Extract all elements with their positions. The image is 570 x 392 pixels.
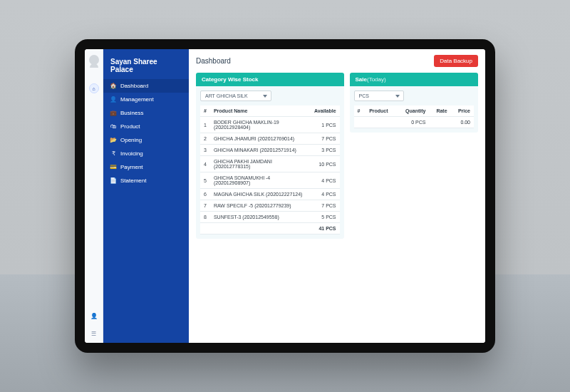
sidebar-item-dashboard[interactable]: 🏠 Dashboard (103, 79, 189, 93)
sale-col-qty: Quantity (397, 105, 430, 117)
sale-card-head: Sale(Today) (350, 73, 478, 86)
sidebar-item-label: Product (120, 123, 140, 130)
sale-summary-row: 0 PCS 0.00 (354, 117, 474, 128)
opening-icon: 📂 (110, 137, 116, 143)
sidebar-nav: 🏠 Dashboard 👤 Management 💼 Business 🛍 Pr… (103, 79, 189, 187)
table-row: 6MAGNA GHICHA SILK (202012227124)4 PCS (200, 189, 340, 200)
cell-avail: 4 PCS (311, 189, 339, 200)
sidebar-item-label: Invoicing (120, 150, 143, 157)
sidebar-item-label: Dashboard (120, 83, 148, 89)
sale-col-price: Price (451, 105, 474, 117)
sale-subtitle: (Today) (367, 76, 386, 83)
tablet-frame: ⌂ 👤 ☰ Sayan Sharee Palace 🏠 Dashboard 👤 … (75, 39, 495, 353)
sidebar-item-statement[interactable]: 📄 Statement (103, 174, 189, 187)
sale-table: # Product Quantity Rate Price (354, 105, 474, 128)
stock-col-name: Product Name (210, 105, 311, 117)
cell-name: GHICHA JHAMURI (202012769014) (210, 133, 311, 145)
page-title: Dashboard (196, 57, 231, 65)
dashboard-icon: 🏠 (110, 83, 116, 89)
panels: Category Wise Stock ART GHICHA SILK # Pr… (196, 73, 478, 239)
cell-name: GHICHA PAKHI JAMDANI (202012778315) (210, 156, 311, 172)
stock-col-idx: # (200, 105, 210, 117)
stock-table: # Product Name Available 1BODER GHICHA M… (200, 105, 340, 234)
table-row: 3GHICHA MINAKARI (202012571914)3 PCS (200, 145, 340, 156)
home-chip[interactable]: ⌂ (89, 83, 99, 93)
cell-avail: 5 PCS (311, 212, 339, 223)
data-backup-button[interactable]: Data Backup (434, 55, 478, 67)
sale-col-product: Product (366, 105, 397, 117)
sale-unit-select[interactable]: PCS (354, 91, 404, 101)
rail-bar: ⌂ 👤 ☰ (85, 49, 103, 343)
cell-avail: 7 PCS (311, 133, 339, 145)
business-icon: 💼 (110, 110, 116, 116)
cell-name: GHICHA MINAKARI (202012571914) (210, 145, 311, 156)
cell-name: MAGNA GHICHA SILK (202012227124) (210, 189, 311, 200)
management-icon: 👤 (110, 96, 116, 103)
cell-name: RAW SPECILF -5 (202012779239) (210, 200, 311, 212)
category-stock-title: Category Wise Stock (196, 73, 344, 86)
cell-idx: 7 (200, 200, 210, 212)
avatar-icon[interactable] (89, 55, 99, 65)
table-row: 4GHICHA PAKHI JAMDANI (202012778315)10 P… (200, 156, 340, 172)
sidebar-item-label: Management (120, 96, 154, 103)
sidebar-item-label: Opening (120, 137, 142, 143)
sidebar-item-business[interactable]: 💼 Business (103, 106, 189, 120)
cell-idx: 5 (200, 172, 210, 189)
top-bar: Dashboard Data Backup (196, 55, 478, 67)
product-icon: 🛍 (110, 123, 116, 130)
cell-idx: 4 (200, 156, 210, 172)
payment-icon: 💳 (110, 164, 116, 170)
cell-avail: 4 PCS (311, 172, 339, 189)
sidebar-item-label: Business (120, 110, 143, 116)
main-content: Dashboard Data Backup Category Wise Stoc… (189, 49, 485, 343)
sale-summary-qty: 0 PCS (397, 117, 430, 128)
cell-avail: 7 PCS (311, 200, 339, 212)
sidebar: Sayan Sharee Palace 🏠 Dashboard 👤 Manage… (103, 49, 189, 343)
table-row: 2GHICHA JHAMURI (202012769014)7 PCS (200, 133, 340, 145)
brand-title: Sayan Sharee Palace (103, 55, 189, 79)
cell-idx: 1 (200, 117, 210, 133)
cell-name: GHICHA SONAMUKHI -4 (202012908907) (210, 172, 311, 189)
sale-col-idx: # (354, 105, 366, 117)
category-select[interactable]: ART GHICHA SILK (200, 91, 271, 101)
table-row: 8SUNFEST-3 (202012549558)5 PCS (200, 212, 340, 223)
table-row: 7RAW SPECILF -5 (202012779239)7 PCS (200, 200, 340, 212)
app-root: ⌂ 👤 ☰ Sayan Sharee Palace 🏠 Dashboard 👤 … (85, 49, 485, 343)
sidebar-item-label: Statement (120, 177, 146, 184)
cell-name: BODER GHICHA MAKLIN-19 (202012928404) (210, 117, 311, 133)
table-row: 5GHICHA SONAMUKHI -4 (202012908907)4 PCS (200, 172, 340, 189)
cell-avail: 1 PCS (311, 117, 339, 133)
table-row: 1BODER GHICHA MAKLIN-19 (202012928404)1 … (200, 117, 340, 133)
sale-summary-price: 0.00 (451, 117, 474, 128)
invoicing-icon: ₹ (110, 150, 116, 157)
sale-title: Sale (356, 76, 367, 83)
sidebar-item-label: Payment (120, 164, 143, 170)
sidebar-item-management[interactable]: 👤 Management (103, 93, 189, 106)
stock-total: 41 PCS (311, 223, 339, 234)
cell-idx: 3 (200, 145, 210, 156)
cell-avail: 3 PCS (311, 145, 339, 156)
sale-card: Sale(Today) PCS # Product Quantity Rate (350, 73, 478, 133)
cell-idx: 8 (200, 212, 210, 223)
home-icon: ⌂ (92, 86, 95, 91)
sale-card-body: PCS # Product Quantity Rate Price (350, 86, 478, 133)
sidebar-item-payment[interactable]: 💳 Payment (103, 160, 189, 174)
cell-idx: 2 (200, 133, 210, 145)
cell-name: SUNFEST-3 (202012549558) (210, 212, 311, 223)
sale-col-rate: Rate (430, 105, 451, 117)
category-stock-card: Category Wise Stock ART GHICHA SILK # Pr… (196, 73, 344, 239)
sidebar-item-opening[interactable]: 📂 Opening (103, 133, 189, 147)
rail-menu-icon[interactable]: ☰ (91, 331, 96, 337)
sidebar-item-product[interactable]: 🛍 Product (103, 120, 189, 133)
cell-avail: 10 PCS (311, 156, 339, 172)
rail-user-icon[interactable]: 👤 (90, 313, 98, 319)
statement-icon: 📄 (110, 177, 116, 184)
stock-col-avail: Available (311, 105, 339, 117)
category-stock-body: ART GHICHA SILK # Product Name Available… (196, 86, 344, 239)
cell-idx: 6 (200, 189, 210, 200)
sidebar-item-invoicing[interactable]: ₹ Invoicing (103, 147, 189, 160)
